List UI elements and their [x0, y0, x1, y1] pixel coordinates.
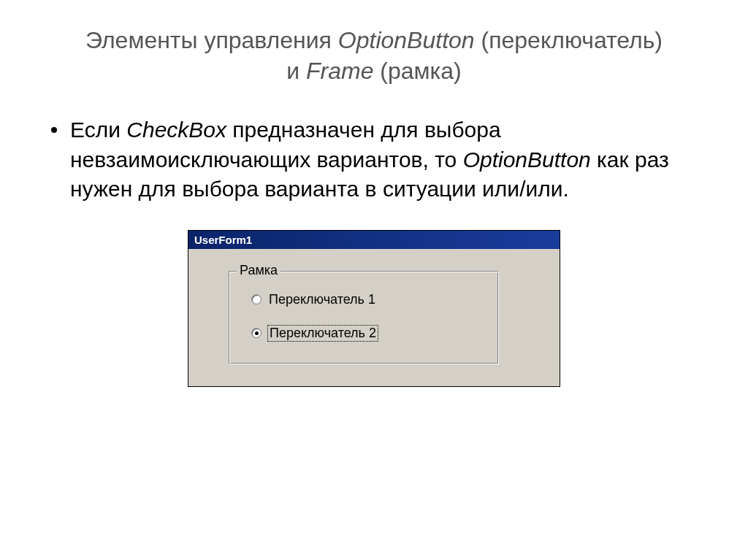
- title-line2-italic: Frame: [306, 58, 373, 84]
- body-text-b: CheckBox: [126, 118, 226, 142]
- frame-legend: Рамка: [237, 263, 280, 278]
- option-button-2[interactable]: Переключатель 2: [251, 325, 484, 342]
- bullet-icon: [51, 127, 57, 133]
- title-line2-suffix: (рамка): [373, 58, 461, 84]
- window-title: UserForm1: [194, 234, 252, 246]
- title-line1-prefix: Элементы управления: [85, 27, 338, 53]
- radio-icon: [251, 328, 262, 338]
- frame-groupbox: Рамка Переключатель 1 Переключатель 2: [229, 271, 499, 364]
- title-line2-prefix: и: [286, 58, 306, 84]
- body-paragraph: Если CheckBox предназначен для выбора не…: [51, 115, 704, 204]
- radio-icon: [251, 294, 262, 304]
- body-text-a: Если: [70, 118, 126, 142]
- window-titlebar[interactable]: UserForm1: [188, 231, 560, 249]
- option-1-label: Переключатель 1: [267, 292, 377, 307]
- title-line1-italic: OptionButton: [338, 27, 475, 53]
- slide-title: Элементы управления OptionButton (перекл…: [44, 26, 704, 86]
- form-body: Рамка Переключатель 1 Переключатель 2: [188, 249, 560, 386]
- title-line1-suffix: (переключатель): [475, 27, 663, 53]
- option-2-label: Переключатель 2: [267, 325, 378, 342]
- radio-checked-icon: [255, 331, 259, 335]
- option-button-1[interactable]: Переключатель 1: [251, 292, 484, 307]
- body-text-d: OptionButton: [463, 147, 591, 172]
- userform-window: UserForm1 Рамка Переключатель 1 Переключ…: [188, 230, 560, 387]
